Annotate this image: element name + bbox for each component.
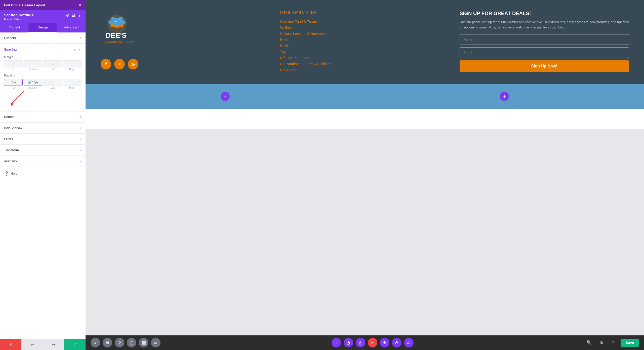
tablet-button[interactable]: ⬜ <box>139 338 148 347</box>
hamburger-button[interactable]: ≡ <box>91 338 100 347</box>
border-section: Border ▾ <box>0 111 86 123</box>
svg-text:DEE'S: DEE'S <box>106 31 127 39</box>
social-icons: f ✕ ◎ <box>101 59 138 69</box>
panel-bottom-bar: ✕ ↩ ↪ ✓ <box>0 339 86 350</box>
chevron-down-icon: ▾ <box>23 18 25 21</box>
list-item: Gourmet Food & Treats <box>280 19 449 24</box>
margin-left-input[interactable]: ↕ <box>43 60 62 67</box>
footer-logo: DEE'S ORGANIC PET FOOD <box>101 10 133 51</box>
transform-header[interactable]: Transform ▾ <box>0 145 86 155</box>
margin-bottom-wrap: ↕ Bottom <box>24 60 42 71</box>
confirm-button[interactable]: ✓ <box>64 339 86 350</box>
padding-right-input[interactable] <box>63 79 82 86</box>
dividers-section: Dividers ▾ <box>0 32 86 44</box>
list-item: Beds <box>280 37 449 42</box>
settings-button[interactable]: ⚙ <box>380 338 389 347</box>
canvas-area: DEE'S ORGANIC PET FOOD f ✕ ◎ <box>86 0 644 335</box>
tab-advanced[interactable]: Advanced <box>57 23 86 32</box>
animation-section: Animation ▾ <box>0 156 86 167</box>
instagram-icon[interactable]: ◎ <box>128 59 138 69</box>
list-item: Cat Nourishment, Play & Delights <box>280 62 449 66</box>
redo-button[interactable]: ↪ <box>43 339 64 350</box>
toolbar-center: + ⏻ 🗑 ✕ ⚙ ⏱ ⚖ <box>332 338 414 347</box>
svg-point-9 <box>110 24 113 27</box>
panel-tabs: Content Design Advanced <box>0 23 86 32</box>
twitter-x-icon[interactable]: ✕ <box>114 59 125 69</box>
box-shadow-header[interactable]: Box Shadow ▾ <box>0 123 86 133</box>
padding-top-wrap: 10px Top <box>4 79 23 89</box>
add-button[interactable]: + <box>332 338 341 347</box>
name-input[interactable] <box>460 34 629 45</box>
chevron-down-icon: ▾ <box>80 137 82 141</box>
filters-header[interactable]: Filters ▾ <box>0 134 86 144</box>
add-column-right-button[interactable]: + <box>500 92 509 101</box>
search-button[interactable]: ⚲ <box>115 338 124 347</box>
chevron-down-icon: ▾ <box>80 36 82 40</box>
margin-right-input[interactable] <box>63 60 82 67</box>
balance-button[interactable]: ⚖ <box>404 338 414 347</box>
undo-button[interactable]: ↩ <box>21 339 43 350</box>
chevron-down-icon: ▾ <box>80 115 82 119</box>
footer-signup-column: Sign Up For Great Deals! Join our pack! … <box>460 10 629 74</box>
help-link[interactable]: ❓ Help <box>0 167 86 180</box>
toolbar-left: ≡ ⊞ ⚲ ▢ ⬜ ▭ <box>91 338 160 347</box>
svg-point-6 <box>108 20 112 24</box>
close-icon[interactable]: × <box>79 3 82 8</box>
delete-button[interactable]: 🗑 <box>356 338 365 347</box>
padding-inputs: 10px Top 🔗 10px Bottom <box>4 79 82 89</box>
section-header-icons: ⊙ ⊟ ⋮ <box>66 13 82 18</box>
dividers-header[interactable]: Dividers ▾ <box>0 32 86 43</box>
layers-icon[interactable]: ⊕ <box>596 338 606 347</box>
red-arrow-annotation <box>9 89 54 109</box>
margin-right-wrap: Right <box>63 60 82 71</box>
border-header[interactable]: Border ▾ <box>0 111 86 122</box>
save-button[interactable]: Save <box>621 339 639 347</box>
tab-content[interactable]: Content <box>0 23 28 32</box>
zoom-search-icon[interactable]: 🔍 <box>584 338 594 347</box>
signup-button[interactable]: Sign Up Now! <box>460 60 629 72</box>
timer-button[interactable]: ⏱ <box>392 338 401 347</box>
grid-button[interactable]: ⊞ <box>103 338 112 347</box>
animation-header[interactable]: Animation ▾ <box>0 156 86 167</box>
padding-right-wrap: Right <box>63 79 82 89</box>
add-spacing-icon[interactable]: ⋮ <box>77 47 82 52</box>
chevron-down-icon: ▾ <box>80 160 82 163</box>
padding-left-input[interactable]: ↕ <box>43 79 62 86</box>
cancel-button[interactable]: ✕ <box>0 339 21 350</box>
list-item: Gifts for Pet Lovers <box>280 56 449 60</box>
right-area: DEE'S ORGANIC PET FOOD f ✕ ◎ <box>86 0 644 350</box>
add-column-left-button[interactable]: + <box>221 92 230 101</box>
margin-bottom-input[interactable]: ↕ <box>24 60 42 67</box>
list-item: Bowls <box>280 44 449 48</box>
padding-bottom-wrap: 🔗 10px Bottom <box>24 79 42 89</box>
mobile-button[interactable]: ▭ <box>151 338 160 347</box>
help-toolbar-icon[interactable]: ? <box>609 338 618 347</box>
power-button[interactable]: ⏻ <box>344 338 353 347</box>
email-input[interactable] <box>460 47 629 58</box>
close-button[interactable]: ✕ <box>368 338 377 347</box>
svg-point-5 <box>119 17 123 21</box>
footer-services-column: Our Services Gourmet Food & Treats Welln… <box>280 10 449 74</box>
margin-left-wrap: ↕ Left <box>43 60 62 71</box>
padding-left-wrap: ↕ Left <box>43 79 62 89</box>
padding-top-input[interactable]: 10px <box>4 79 23 86</box>
desktop-button[interactable]: ▢ <box>127 338 136 347</box>
tab-design[interactable]: Design <box>28 23 57 32</box>
spacing-header[interactable]: Spacing ▴ ⋮ <box>0 44 86 55</box>
columns-icon[interactable]: ⊟ <box>72 13 75 18</box>
facebook-icon[interactable]: f <box>101 59 111 69</box>
annotation-area <box>4 96 82 111</box>
target-icon[interactable]: ⊙ <box>66 13 69 18</box>
svg-point-11 <box>115 21 116 22</box>
preset-selector[interactable]: Preset: Default ▾ <box>4 18 34 21</box>
svg-line-0 <box>12 91 24 104</box>
help-icon: ❓ <box>4 171 9 176</box>
svg-point-4 <box>111 17 115 21</box>
list-item: Pet Apparel <box>280 68 449 72</box>
margin-top-wrap: ↕ Top <box>4 60 23 71</box>
padding-bottom-input[interactable]: 🔗 10px <box>24 79 42 86</box>
more-icon[interactable]: ⋮ <box>77 13 82 18</box>
margin-top-input[interactable]: ↕ <box>4 60 23 67</box>
link-icon: 🔗 <box>28 81 32 84</box>
svg-text:ORGANIC PET FOOD: ORGANIC PET FOOD <box>104 41 133 43</box>
